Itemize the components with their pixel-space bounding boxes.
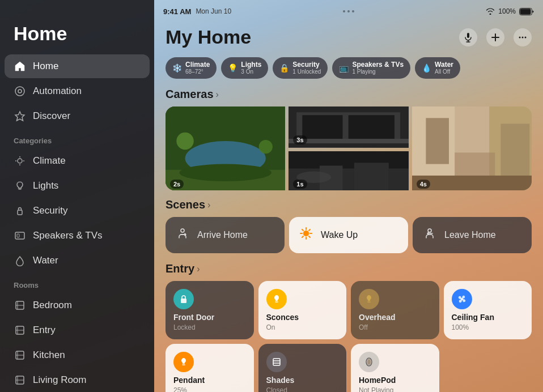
homepod-card[interactable]: HomePod Not Playing	[351, 344, 439, 392]
camera-interior-timer: 4s	[417, 180, 430, 189]
scenes-section-header[interactable]: Scenes ›	[166, 198, 532, 211]
pendant-icon-circle	[173, 352, 194, 372]
cameras-section-header[interactable]: Cameras ›	[166, 88, 532, 101]
cameras-chevron: ›	[216, 90, 219, 100]
speakers-pill-icon: 📺	[339, 63, 349, 73]
water-pill[interactable]: 💧 Water All Off	[415, 57, 460, 79]
front-door-name: Front Door	[173, 313, 246, 322]
svg-point-3	[18, 159, 22, 163]
svg-rect-48	[354, 163, 389, 190]
voice-button[interactable]	[459, 28, 477, 46]
sidebar-item-bedroom[interactable]: Bedroom	[5, 293, 150, 317]
entry-section-header[interactable]: Entry ›	[166, 262, 532, 275]
homepod-icon	[363, 356, 375, 368]
pendant-status: 25%	[173, 386, 246, 392]
ceiling-fan-card[interactable]: Ceiling Fan 100%	[444, 281, 532, 339]
sidebar-item-water[interactable]: Water	[5, 249, 150, 272]
svg-line-66	[302, 236, 303, 237]
add-button[interactable]	[486, 28, 504, 46]
sidebar-item-lights[interactable]: Lights	[5, 174, 150, 198]
svg-point-32	[522, 36, 524, 38]
speakers-label: Speakers & TVs	[33, 230, 103, 241]
water-pill-icon: 💧	[422, 63, 431, 73]
security-pill-label: Security	[292, 61, 321, 69]
speakers-pill-label: Speakers & TVs	[352, 61, 404, 69]
lock-icon	[178, 293, 189, 305]
status-date: Mon Jun 10	[196, 7, 231, 15]
leave-home-icon	[422, 227, 438, 244]
sconces-icon-circle	[266, 289, 287, 309]
entry-icon	[14, 324, 26, 336]
homepod-icon-circle	[359, 352, 379, 372]
sidebar-item-automation[interactable]: Automation	[5, 79, 150, 103]
climate-pill[interactable]: ❄️ Climate 68–72°	[166, 57, 217, 79]
camera-pool[interactable]: 2s	[166, 106, 285, 190]
bedroom-icon	[14, 299, 26, 312]
svg-rect-54	[500, 124, 529, 182]
climate-label: Climate	[33, 155, 66, 167]
sidebar-item-security[interactable]: Security	[5, 199, 150, 223]
status-bar: 9:41 AM Mon Jun 10 100%	[154, 0, 543, 23]
shades-top	[266, 352, 339, 372]
sidebar-home-label: Home	[33, 61, 58, 72]
svg-point-38	[259, 140, 273, 154]
entry-label: Entry	[33, 325, 56, 336]
svg-line-63	[302, 229, 303, 231]
svg-rect-53	[426, 118, 449, 164]
kitchen-icon	[14, 349, 26, 361]
camera-gym[interactable]: 1s	[289, 151, 408, 191]
entry-grid: Front Door Locked Sconces On	[166, 281, 532, 392]
camera-pool-timer: 2s	[170, 180, 184, 189]
camera-middle: 3s 1s	[289, 106, 408, 190]
leave-home-card[interactable]: Leave Home	[413, 217, 532, 253]
overhead-icon	[363, 293, 375, 305]
more-button[interactable]	[514, 28, 532, 46]
pendant-card[interactable]: Pendant 25%	[166, 344, 254, 392]
status-time: 9:41 AM	[163, 7, 191, 16]
svg-rect-73	[273, 359, 280, 365]
svg-point-39	[179, 164, 272, 181]
battery-icon	[519, 8, 534, 15]
svg-point-1	[18, 90, 22, 93]
speakers-pill-sub: 1 Playing	[352, 69, 404, 75]
sidebar-item-livingroom[interactable]: Living Room	[5, 368, 150, 392]
leave-home-label: Leave Home	[444, 230, 496, 240]
climate-pill-sub: 68–72°	[185, 69, 210, 75]
arrive-home-card[interactable]: Arrive Home	[166, 217, 285, 253]
overhead-card[interactable]: Overhead Off	[351, 281, 439, 339]
automation-icon	[14, 85, 26, 97]
front-door-card[interactable]: Front Door Locked	[166, 281, 254, 339]
sidebar-item-entry[interactable]: Entry	[5, 318, 150, 342]
speakers-pill[interactable]: 📺 Speakers & TVs 1 Playing	[332, 57, 410, 79]
sidebar-item-kitchen[interactable]: Kitchen	[5, 343, 150, 367]
water-pill-text: Water All Off	[435, 61, 453, 75]
camera-garage[interactable]: 3s	[289, 106, 408, 147]
shades-card[interactable]: Shades Closed	[258, 344, 347, 392]
svg-point-57	[181, 229, 184, 232]
shades-status: Closed	[266, 386, 339, 392]
camera-garage-timer: 3s	[293, 135, 307, 144]
sidebar-discover-label: Discover	[33, 110, 70, 122]
lights-pill-text: Lights 3 On	[241, 61, 261, 75]
water-pill-sub: All Off	[435, 69, 453, 75]
discover-icon	[14, 110, 26, 122]
homepod-status: Not Playing	[359, 386, 431, 392]
sidebar-item-discover[interactable]: Discover	[5, 104, 150, 128]
livingroom-label: Living Room	[33, 374, 87, 386]
sconces-card[interactable]: Sconces On	[258, 281, 347, 339]
sidebar-item-speakers[interactable]: Speakers & TVs	[5, 224, 150, 248]
wake-up-label: Wake Up	[321, 230, 358, 240]
climate-pill-label: Climate	[185, 61, 210, 69]
dot3	[352, 10, 354, 12]
climate-icon	[14, 155, 26, 167]
camera-interior[interactable]: 4s	[412, 106, 532, 190]
sidebar-item-climate[interactable]: Climate	[5, 149, 150, 173]
security-pill[interactable]: 🔒 Security 1 Unlocked	[273, 57, 328, 79]
lights-pill[interactable]: 💡 Lights 3 On	[221, 57, 268, 79]
overhead-name: Overhead	[359, 313, 431, 322]
wake-up-card[interactable]: Wake Up	[289, 217, 408, 253]
sidebar-item-home[interactable]: Home	[5, 54, 150, 78]
svg-rect-68	[181, 299, 186, 303]
rooms-section-label: Rooms	[0, 273, 154, 293]
battery-level: 100%	[498, 7, 516, 15]
